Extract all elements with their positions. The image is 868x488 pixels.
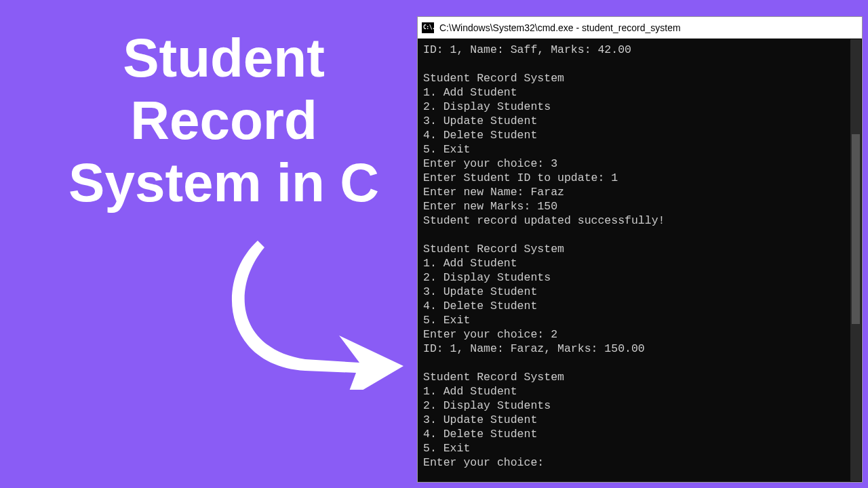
scrollbar-vertical[interactable] [850, 39, 861, 481]
cmd-output[interactable]: ID: 1, Name: Saff, Marks: 42.00 Student … [418, 39, 862, 482]
cmd-icon-label: C:\. [423, 24, 435, 30]
cmd-window: C:\. C:\Windows\System32\cmd.exe - stude… [417, 16, 863, 483]
arrow-icon [224, 241, 414, 390]
cmd-icon: C:\. [422, 22, 434, 33]
page-title: Student Record System in C [58, 27, 390, 214]
cmd-titlebar[interactable]: C:\. C:\Windows\System32\cmd.exe - stude… [418, 17, 862, 39]
scrollbar-thumb[interactable] [852, 134, 860, 324]
cmd-window-title: C:\Windows\System32\cmd.exe - student_re… [439, 22, 681, 33]
